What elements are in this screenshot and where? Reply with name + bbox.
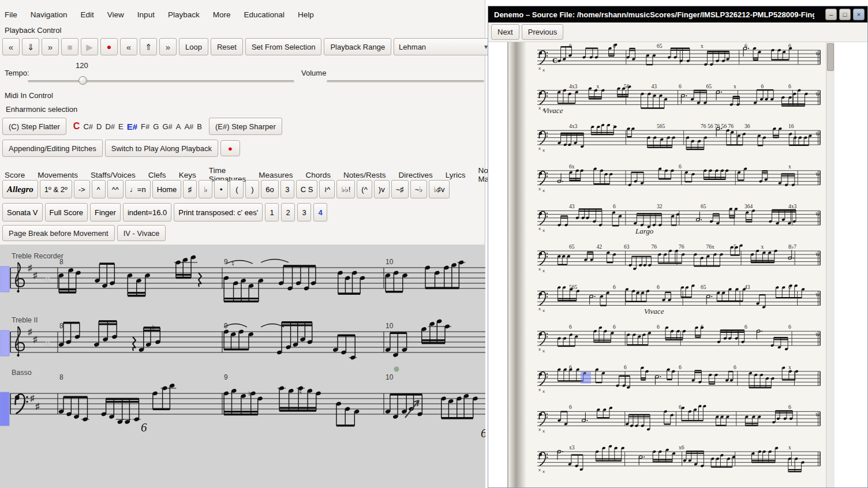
source-page-view[interactable]: xxC6665x66wxx4x3x5643665x66Vivacewxx4x3x…: [488, 42, 867, 487]
svg-text:36: 36: [744, 123, 750, 129]
playback-transport-button[interactable]: ■: [61, 38, 78, 55]
previous-button[interactable]: Previous: [522, 24, 564, 40]
temperament-dropdown[interactable]: Lehman ▾: [394, 38, 493, 55]
minimize-button[interactable]: –: [825, 9, 837, 20]
score-canvas[interactable]: ♯♯«Treble Recorder8910♮ ♯♯«Treble II8910…: [0, 245, 485, 488]
midi-record-button[interactable]: ●: [220, 140, 240, 156]
notation-tool-button[interactable]: )v: [374, 180, 390, 198]
source-window-titlebar[interactable]: Denemo – Source File: /home/rshann/music…: [488, 6, 867, 22]
appending-editing-pitches-button[interactable]: Appending/Editing Pitches: [2, 140, 103, 157]
menu-item[interactable]: Input: [137, 10, 155, 19]
playback-transport-button[interactable]: ▶: [81, 38, 98, 55]
svg-text:C: C: [552, 56, 558, 65]
notation-tool-button[interactable]: ♭♯v: [429, 180, 449, 198]
menu-item[interactable]: Help: [298, 10, 314, 19]
notation-tool-button[interactable]: Allegro: [2, 180, 38, 198]
svg-text:6: 6: [613, 204, 616, 209]
notation-tool-button[interactable]: C S: [296, 180, 318, 198]
notation-tool-button[interactable]: •: [214, 180, 228, 198]
reset-button[interactable]: Reset: [211, 38, 243, 55]
score-property-button[interactable]: Full Score: [45, 203, 88, 222]
movement-directive-button[interactable]: IV - Vivace: [117, 225, 166, 241]
svg-text:x: x: [542, 67, 545, 73]
notation-tool-button[interactable]: 3: [280, 180, 294, 198]
score-property-button[interactable]: 3: [297, 203, 311, 222]
playback-transport-button[interactable]: »: [42, 38, 59, 55]
notation-tool-button[interactable]: ^: [92, 180, 106, 198]
menu-bar: FileNavigationEditViewInputPlaybackMoreE…: [0, 7, 314, 22]
svg-text:65: 65: [701, 204, 706, 209]
enharmonic-note: G#: [162, 122, 172, 131]
enharmonic-selection-label: Enharmonic selection: [6, 105, 77, 114]
notation-tool-button[interactable]: ♭: [199, 180, 212, 198]
menu-item[interactable]: File: [5, 10, 17, 19]
set-from-selection-button[interactable]: Set From Selection: [245, 38, 322, 55]
svg-text:364: 364: [744, 204, 753, 209]
notation-tool-button[interactable]: ♯: [183, 180, 197, 198]
vertical-scrollbar[interactable]: [826, 42, 835, 487]
svg-text:♮: ♮: [248, 389, 251, 399]
svg-text:6: 6: [788, 404, 791, 410]
notation-tool-button[interactable]: 1º & 2º: [40, 180, 72, 198]
step-flatter-button[interactable]: (C) Step Flatter: [2, 118, 66, 135]
staff-system-treble-recorder[interactable]: ♯♯«Treble Recorder8910♮: [0, 251, 485, 316]
movement-directive-button[interactable]: Page Break before Movement: [2, 225, 115, 241]
score-property-button[interactable]: 4: [313, 203, 327, 222]
svg-text:10: 10: [386, 258, 394, 266]
tempo-slider[interactable]: [28, 80, 294, 82]
svg-text:x: x: [538, 66, 541, 71]
notation-tool-button[interactable]: ♭♭!: [336, 180, 355, 198]
notation-tool-button[interactable]: ^^: [107, 180, 124, 198]
svg-text:♯: ♯: [33, 270, 38, 280]
score-property-button[interactable]: indent=16.0: [123, 203, 171, 222]
playback-transport-button[interactable]: ●: [100, 38, 118, 55]
notation-tool-button[interactable]: ≀^: [319, 180, 335, 198]
svg-text:76: 76: [652, 244, 657, 250]
notation-tool-button[interactable]: (^: [357, 180, 372, 198]
playback-transport-button[interactable]: «: [120, 38, 137, 55]
menu-item[interactable]: Edit: [81, 10, 94, 19]
score-property-button[interactable]: Print transposed: c' ees': [174, 203, 263, 222]
svg-text:x: x: [538, 387, 541, 392]
svg-text:6: 6: [679, 404, 682, 410]
menu-item[interactable]: Playback: [168, 10, 200, 19]
notation-tool-button[interactable]: ~♭: [410, 180, 428, 198]
play-along-toggle-button[interactable]: Switch to Play Along Playback: [105, 140, 218, 157]
notation-tool-button[interactable]: Home: [152, 180, 182, 198]
scrollbar-thumb[interactable]: [827, 43, 834, 71]
menu-item[interactable]: Navigation: [31, 10, 68, 19]
menu-item[interactable]: More: [213, 10, 231, 19]
notation-tool-button[interactable]: 6o: [261, 180, 278, 198]
svg-text:6: 6: [613, 284, 616, 290]
menu-item[interactable]: Educational: [244, 10, 285, 19]
volume-slider[interactable]: [327, 80, 484, 82]
playback-transport-button[interactable]: ⇑: [140, 38, 157, 55]
notation-tool-button[interactable]: ~♯: [391, 180, 409, 198]
notation-tool-button[interactable]: ): [245, 180, 259, 198]
svg-text:8♭7: 8♭7: [788, 244, 796, 250]
maximize-button[interactable]: □: [839, 9, 851, 20]
tempo-slider-thumb[interactable]: [78, 76, 87, 85]
playback-range-button[interactable]: Playback Range: [324, 38, 391, 55]
svg-text:10: 10: [386, 373, 394, 381]
step-sharper-button[interactable]: (E#) Step Sharper: [209, 118, 282, 135]
svg-text:♯: ♯: [35, 401, 40, 411]
command-menu-item[interactable]: Lyrics: [446, 168, 472, 182]
playback-transport-button[interactable]: »: [159, 38, 177, 55]
score-property-button[interactable]: 2: [281, 203, 295, 222]
notation-tool-button[interactable]: ♩=n: [125, 180, 151, 198]
notation-tool-button[interactable]: ->: [74, 180, 90, 198]
score-property-button[interactable]: 1: [265, 203, 279, 222]
score-property-button[interactable]: Finger: [90, 203, 121, 222]
menu-item[interactable]: View: [107, 10, 124, 19]
next-button[interactable]: Next: [491, 24, 519, 40]
loop-button[interactable]: Loop: [179, 38, 208, 55]
playback-transport-button[interactable]: ⇓: [22, 38, 39, 55]
playback-transport-button[interactable]: «: [2, 38, 20, 55]
score-property-button[interactable]: Sonata V: [2, 203, 43, 222]
notation-tool-button[interactable]: (: [230, 180, 244, 198]
staff-system-basso[interactable]: ♯♯Basso8910♮♮66: [0, 363, 485, 456]
close-button[interactable]: ×: [853, 9, 865, 20]
svg-text:x3: x3: [569, 445, 575, 451]
svg-text:6: 6: [481, 426, 485, 440]
